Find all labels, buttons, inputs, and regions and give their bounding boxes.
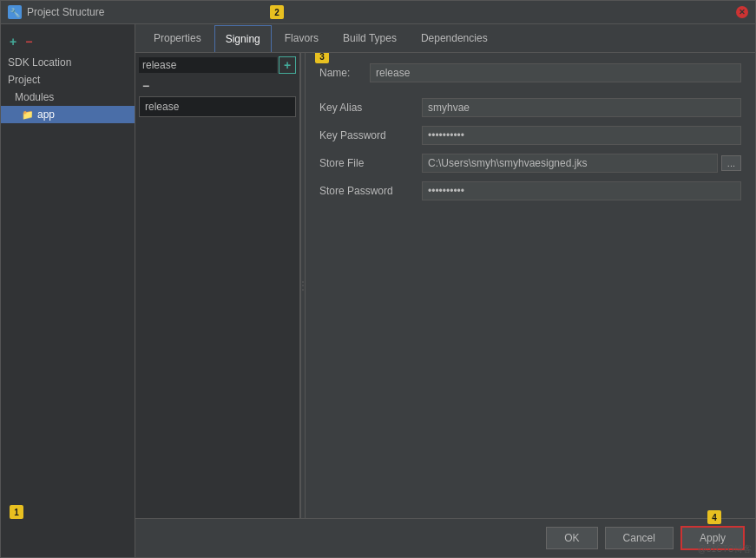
signing-list-toolbar: + 3 [135,53,299,77]
signing-add-button[interactable]: + [279,56,296,74]
window-title: Project Structure [27,6,104,18]
content-area: + − SDK Location Project Modules 📁 app 1 [1,24,755,557]
main-panel: Properties Signing Flavors Build Types D… [135,24,755,557]
store-password-input[interactable] [422,181,741,200]
form-panel: Name: Key Alias Key Password [306,53,755,518]
sidebar-remove-button[interactable]: − [23,35,34,49]
key-alias-row: Key Alias [319,98,741,117]
signing-name-input[interactable] [139,57,277,73]
window-icon: 🔧 [8,5,22,19]
name-row: Name: [319,63,741,82]
sidebar-item-project[interactable]: Project [1,71,135,89]
watermark: @51CTO博客 [698,543,752,555]
badge-1: 1 [10,505,23,519]
title-bar: 🔧 Project Structure 2 ✕ [1,1,755,24]
bottom-bar: 4 OK Cancel Apply [135,518,755,557]
store-password-label: Store Password [319,185,415,197]
name-input[interactable] [370,63,741,82]
tab-build-types[interactable]: Build Types [332,24,408,52]
browse-button[interactable]: ... [721,155,741,171]
signing-remove-button[interactable]: − [139,79,153,93]
signing-list: + 3 − release [135,53,300,518]
sidebar-toolbar: + − [1,31,135,54]
close-button[interactable]: ✕ [736,6,748,18]
sidebar-item-app[interactable]: 📁 app [1,106,135,123]
store-file-input[interactable] [422,154,718,173]
tab-signing[interactable]: Signing [214,25,272,52]
badge-3: 3 [315,53,329,63]
tab-content: + 3 − release [135,53,755,518]
key-alias-label: Key Alias [319,102,415,114]
signing-list-item-release[interactable]: release [139,96,296,117]
cancel-button[interactable]: Cancel [605,527,674,549]
tab-dependencies[interactable]: Dependencies [410,24,499,52]
badge-4: 4 [707,510,721,524]
key-password-row: Key Password [319,126,741,145]
window-controls: ✕ [736,6,748,18]
name-label: Name: [319,67,363,79]
key-alias-input[interactable] [422,98,741,117]
key-password-label: Key Password [319,129,415,141]
tab-properties[interactable]: Properties [142,24,213,52]
sidebar-item-sdk-location[interactable]: SDK Location [1,54,135,71]
sidebar-item-modules[interactable]: Modules [1,89,135,106]
badge-2: 2 [270,5,284,19]
tabs-bar: Properties Signing Flavors Build Types D… [135,24,755,53]
store-file-label: Store File [319,157,415,169]
folder-icon: 📁 [22,109,34,121]
main-window: 🔧 Project Structure 2 ✕ + − SDK Location… [0,0,756,558]
store-file-row: Store File ... [319,154,741,173]
sidebar-add-button[interactable]: + [8,35,18,49]
title-bar-left: 🔧 Project Structure [8,5,104,19]
ok-button[interactable]: OK [546,527,597,549]
store-password-row: Store Password [319,181,741,200]
sidebar: + − SDK Location Project Modules 📁 app 1 [1,24,135,557]
tab-flavors[interactable]: Flavors [273,24,330,52]
key-password-input[interactable] [422,126,741,145]
